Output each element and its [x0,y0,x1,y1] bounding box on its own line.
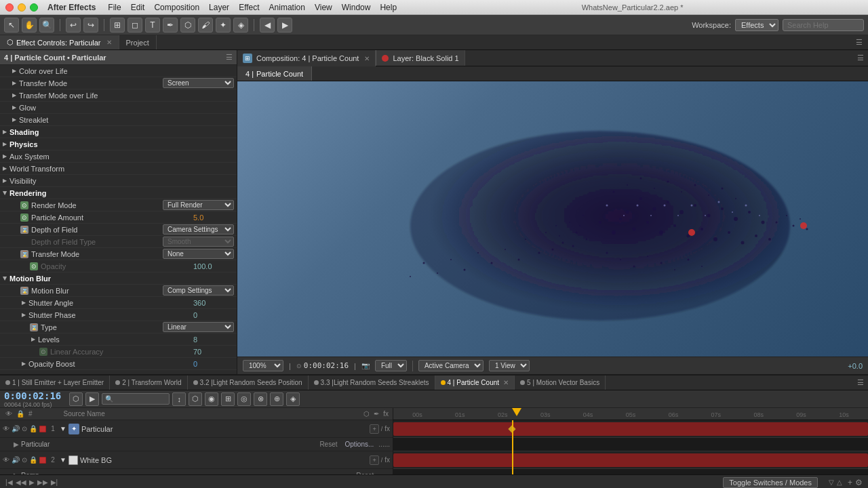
timeline-tab-32[interactable]: 3.2 |Light Random Seeds Position [188,375,309,390]
tl-layer2-eye[interactable]: 👁 [3,456,9,464]
prop-shading[interactable]: ▶ Shading [0,126,237,138]
panel-close-btn[interactable]: ✕ [106,39,112,46]
prop-transfer-mode[interactable]: ▶ Transfer Mode Screen [0,77,237,89]
tl-sub-options[interactable]: Options... [342,441,377,448]
workspace-select[interactable]: Effects [735,19,778,31]
toolbar-type[interactable]: T [145,18,160,33]
zoom-select[interactable]: 100% [243,360,283,371]
prop-color-over-life[interactable]: ▶ Color over Life [0,65,237,77]
quality-select[interactable]: Full [375,360,407,371]
menu-edit[interactable]: Edit [131,3,145,12]
prop-shutter-angle[interactable]: ▶ Shutter Angle 360 [0,297,237,309]
prop-levels[interactable]: ▶ Levels 8 [0,333,237,346]
tl-btn-1[interactable]: ↕ [172,392,186,406]
comp-active-tab[interactable]: 4 | Particle Count [237,66,312,81]
timeline-timecode[interactable]: 0:00:02:16 [4,390,61,401]
camera-select[interactable]: Active Camera [418,360,484,371]
menu-view[interactable]: View [315,3,332,12]
prop-transfer-over-life[interactable]: ▶ Transfer Mode over Life [0,89,237,102]
prop-type[interactable]: ⌛ Type Linear [0,321,237,333]
tl-layer1-audio[interactable]: 🔊 [12,425,20,432]
menu-file[interactable]: File [108,3,121,12]
toolbar-redo[interactable]: ↪ [83,18,98,33]
tl-layer2-plus[interactable]: + [370,455,378,465]
prop-dropdown-render-mode[interactable]: Full Render [163,200,234,210]
tl-btn-preview[interactable]: ▶ [85,392,99,406]
tl-layer2-solo[interactable]: ⊙ [22,456,27,464]
menu-animation[interactable]: Animation [269,3,305,12]
toggle-switches-btn[interactable]: Toggle Switches / Modes [723,477,818,488]
tl-nav-left[interactable]: |◀ [5,479,13,486]
maximize-button[interactable] [30,3,38,12]
comp-close[interactable]: ✕ [364,55,370,62]
toolbar-brush[interactable]: 🖌 [198,18,213,33]
prop-streaklet[interactable]: ▶ Streaklet [0,114,237,126]
tab-close-4[interactable]: ✕ [503,379,509,386]
tl-settings-btn[interactable]: ⚙ [855,478,863,487]
prop-glow[interactable]: ▶ Glow [0,102,237,114]
prop-dof-type[interactable]: Depth of Field Type Smooth [0,236,237,248]
prop-opacity[interactable]: ⊙ Opacity 100.0 [0,260,237,272]
prop-rendering[interactable]: ▶ Rendering [0,187,237,199]
timeline-tab-33[interactable]: 3.3 |Light Random Seeds Streaklets [309,375,435,390]
tl-btn-3[interactable]: ◉ [205,392,218,406]
tl-btn-4[interactable]: ⊞ [221,392,235,406]
tl-zoom-out[interactable]: ▽ [829,479,834,486]
timeline-tab-4[interactable]: 4 | Particle Count ✕ [435,375,515,390]
menu-bar[interactable]: File Edit Composition Layer Effect Anima… [108,3,397,12]
toolbar-prev[interactable]: ◀ [260,18,275,33]
tl-sub-expand[interactable]: ▶ [14,441,19,448]
tl-layer1-color[interactable] [39,426,46,432]
view-select[interactable]: 1 View [489,360,530,371]
toolbar-paint[interactable]: ⬡ [180,18,195,33]
menu-layer[interactable]: Layer [209,3,229,12]
tl-layer2-name[interactable]: White BG [80,456,368,464]
prop-aux[interactable]: ▶ Aux System [0,150,237,163]
tl-btn-5[interactable]: ◎ [237,392,251,406]
tl-layer1-solo[interactable]: ⊙ [22,425,27,432]
toolbar-next[interactable]: ▶ [277,18,292,33]
tl-zoom-in[interactable]: △ [837,479,842,486]
prop-shutter-phase[interactable]: ▶ Shutter Phase 0 [0,309,237,321]
toolbar-eraser[interactable]: ◈ [233,18,248,33]
prop-world[interactable]: ▶ World Transform [0,163,237,175]
tl-btn-render[interactable]: ⬡ [69,392,83,406]
toolbar-hand[interactable]: ✋ [22,18,37,33]
tl-nav-right[interactable]: ▶| [51,479,58,486]
tl-layer1-plus[interactable]: + [370,424,378,434]
menu-effect[interactable]: Effect [239,3,259,12]
menu-composition[interactable]: Composition [154,3,199,12]
toolbar-undo[interactable]: ↩ [66,18,81,33]
timeline-tab-1[interactable]: 1 | Still Emitter + Layer Emitter [0,375,110,390]
tl-layer1-fx[interactable]: fx [384,425,390,432]
toolbar-arrow[interactable]: ↖ [4,18,19,33]
timeline-tab-2[interactable]: 2 | Transform World [110,375,187,390]
prop-visibility[interactable]: ▶ Visibility [0,175,237,187]
panel-tab-project[interactable]: Project [119,35,157,49]
prop-dropdown-type[interactable]: Linear [163,322,234,332]
tl-btn-2[interactable]: ⬡ [189,392,202,406]
effect-controls-menu[interactable]: ☰ [226,53,233,62]
tl-sub-reset[interactable]: Reset [317,441,340,448]
comp-panel-menu[interactable]: ☰ [853,50,868,66]
tl-layer1-expand[interactable]: ▼ [60,425,66,432]
window-controls[interactable] [5,3,38,12]
close-button[interactable] [5,3,14,12]
tl-nav-play[interactable]: ▶ [29,479,35,486]
prop-render-mode[interactable]: ⊙ Render Mode Full Render [0,199,237,211]
prop-linear-accuracy[interactable]: ⊙ Linear Accuracy 70 [0,346,237,358]
tl-nav-play-back[interactable]: ◀◀ [16,479,26,486]
tl-nav-play-fwd[interactable]: ▶▶ [37,479,48,486]
tl-layer1-lock[interactable]: 🔒 [29,425,37,432]
prop-physics[interactable]: ▶ Physics [0,138,237,150]
tl-layer2-fx[interactable]: fx [384,456,390,464]
minimize-button[interactable] [18,3,26,12]
prop-dropdown-dof-type[interactable]: Smooth [163,237,234,247]
toolbar-mask[interactable]: ◻ [127,18,142,33]
tl-btn-7[interactable]: ⊕ [270,392,283,406]
tl-sub-more[interactable]: ...... [378,441,390,448]
toolbar-zoom-tool[interactable]: 🔍 [39,18,54,33]
tl-btn-8[interactable]: ◈ [286,392,300,406]
search-help-input[interactable] [783,19,864,31]
tl-add-btn[interactable]: + [848,478,852,487]
